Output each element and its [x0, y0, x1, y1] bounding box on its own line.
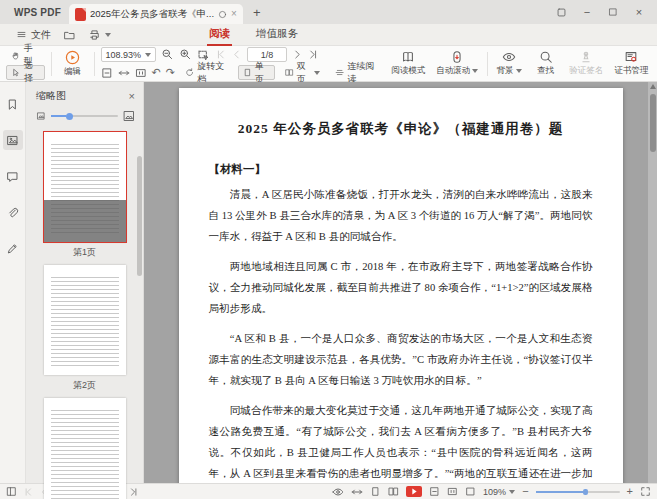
tab-close-icon[interactable]: × [231, 9, 237, 19]
page-thumbnail-1[interactable]: 第1页 [44, 132, 126, 259]
tab-read[interactable]: 阅读 [207, 24, 232, 46]
prev-page-button[interactable] [231, 49, 242, 60]
zoom-combo[interactable]: 108.93% [101, 47, 157, 62]
double-page-button[interactable]: 双页 [280, 65, 325, 80]
fit-page-icon[interactable] [101, 67, 113, 79]
zoom-level-combo[interactable]: 109% [483, 487, 515, 497]
slider-track[interactable] [51, 115, 118, 117]
printer-icon [88, 29, 101, 41]
background-icon[interactable] [332, 486, 344, 498]
next-page-button[interactable] [292, 49, 303, 60]
rotate-document-button[interactable]: 旋转文档 [180, 65, 233, 80]
panel-close-icon[interactable]: × [129, 90, 135, 102]
single-page-icon[interactable] [370, 486, 381, 497]
workspace-icon[interactable] [555, 6, 567, 18]
background-button[interactable]: 背景 [494, 49, 525, 78]
wps-pdf-window: WPS PDF 2025年公务员多省联考《申... × + − × [0, 0, 657, 499]
document-scrollbar[interactable] [648, 82, 657, 483]
verify-signature-button: 验证签名 [567, 49, 606, 78]
zoom-out-button[interactable] [161, 48, 174, 61]
signature-panel-icon[interactable] [3, 238, 23, 258]
file-menu-label: 文件 [31, 28, 51, 42]
page-thumbnail-2[interactable]: 第2页 [44, 265, 126, 392]
paragraph: 同城合作带来的最大变化莫过于交通，这几年两地开通了城际公交，实现了高速公路免费互… [209, 401, 593, 483]
toolbar-divider [487, 52, 488, 76]
open-file-button[interactable] [57, 29, 82, 41]
scrollbar-thumb[interactable] [650, 94, 656, 152]
edit-button[interactable]: 编辑 [58, 49, 88, 79]
document-viewport[interactable]: 2025 年公务员多省联考《申论》（福建通用卷）题 【材料一】 清晨，A 区居民… [144, 82, 657, 483]
slider-knob[interactable] [66, 113, 73, 120]
maximize-icon[interactable] [607, 6, 619, 18]
signature-stamp-icon [579, 50, 593, 64]
thumbnail-list: 第1页 第2页 [26, 128, 143, 499]
window-controls: − × [555, 6, 651, 18]
thumbnail-scrollbar[interactable] [137, 156, 142, 276]
single-page-button[interactable]: 单页 [238, 65, 275, 80]
zoom-out-button[interactable]: − [522, 486, 528, 497]
actual-size-icon[interactable] [447, 486, 458, 497]
zoom-caret-icon [509, 490, 515, 494]
undo-icon[interactable]: ↶ [152, 67, 161, 78]
app-logo[interactable]: WPS PDF [6, 7, 69, 18]
double-page-icon[interactable] [388, 486, 399, 497]
zoom-in-button[interactable] [179, 48, 192, 61]
scroll-up-icon[interactable] [650, 84, 656, 89]
redo-icon[interactable]: ↷ [166, 67, 175, 78]
new-tab-button[interactable]: + [243, 5, 271, 20]
actual-size-icon[interactable] [135, 67, 147, 79]
cert-manage-button[interactable]: 证书管理 [612, 49, 651, 78]
print-button[interactable] [82, 29, 117, 41]
tab-value-services[interactable]: 增值服务 [254, 24, 300, 46]
menu-row: 文件 阅读 增值服务 [0, 24, 657, 46]
paragraph: 两地地域相连且同属 C 市，2018 年，在市政府主导下，两地签署战略合作协议，… [209, 257, 593, 320]
auto-scroll-text: 自动滚动 [436, 65, 470, 77]
zoom-slider[interactable] [536, 491, 620, 493]
find-label: 查找 [537, 65, 554, 77]
thumbnail-size-slider[interactable] [26, 107, 143, 128]
thumbnail-label-2: 第2页 [73, 379, 96, 392]
read-mode-button[interactable]: 阅读模式 [389, 49, 428, 78]
fit-width-icon[interactable] [351, 486, 363, 498]
close-icon[interactable]: × [633, 6, 645, 18]
play-slideshow-button[interactable] [406, 486, 422, 497]
document-tab[interactable]: 2025年公务员多省联考《申... × [69, 4, 243, 24]
background-text: 背景 [497, 65, 514, 77]
document-title: 2025 年公务员多省联考《申论》（福建通用卷）题 [209, 120, 593, 138]
select-tool-button[interactable]: 选择 [6, 65, 45, 80]
tab-sync-icon [218, 10, 227, 19]
page-panel-toggle-icon[interactable] [6, 486, 17, 497]
auto-scroll-icon [450, 50, 464, 64]
auto-scroll-button[interactable]: 自动滚动 [434, 49, 481, 78]
paragraph: 清晨，A 区居民小陈准备烧饭，打开水龙头，清洌的自来水哗哗流出，这股来自 13 … [209, 185, 593, 248]
last-page-button[interactable] [308, 49, 319, 60]
comment-panel-icon[interactable] [3, 166, 23, 186]
side-icon-strip [0, 82, 26, 483]
thumbnail-panel-icon[interactable] [3, 130, 23, 150]
attachment-panel-icon[interactable] [3, 202, 23, 222]
toolbar-divider [94, 52, 95, 76]
zoom-slider-knob[interactable] [583, 489, 588, 495]
hamburger-icon [16, 29, 27, 40]
book-icon [401, 50, 415, 64]
main-menu-button[interactable]: 文件 [10, 28, 57, 42]
find-button[interactable]: 查找 [531, 49, 561, 78]
thumbnail-image-2[interactable] [44, 265, 126, 375]
read-layout-icon[interactable] [465, 486, 476, 497]
hand-icon [11, 50, 21, 61]
thumbnail-image-1[interactable] [44, 132, 126, 242]
minimize-icon[interactable]: − [581, 6, 593, 18]
bookmark-panel-icon[interactable] [3, 94, 23, 114]
first-page-button[interactable] [215, 49, 226, 60]
tab-title: 2025年公务员多省联考《申... [90, 8, 214, 21]
page-thumbnail-3[interactable] [44, 398, 126, 499]
fit-width-icon[interactable] [118, 67, 130, 79]
fit-page-icon[interactable] [429, 486, 440, 497]
fullscreen-icon[interactable] [640, 486, 651, 497]
thumbnail-image-3[interactable] [44, 398, 126, 499]
continuous-read-button[interactable]: 连续阅读 [330, 65, 383, 80]
pdf-page-1: 2025 年公务员多省联考《申论》（福建通用卷）题 【材料一】 清晨，A 区居民… [179, 88, 623, 483]
zoom-in-button[interactable]: + [627, 486, 633, 497]
thumbnail-panel-title: 缩略图 [36, 89, 66, 103]
play-circle-icon [65, 50, 80, 65]
